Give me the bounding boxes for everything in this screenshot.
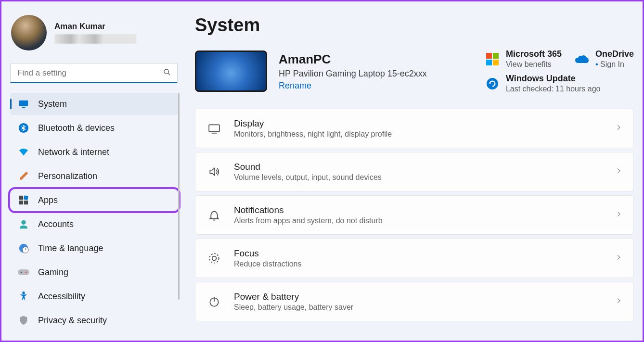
svg-point-20 [212, 256, 217, 261]
svg-point-19 [209, 253, 219, 263]
svg-rect-8 [24, 201, 28, 204]
svg-point-16 [487, 78, 498, 89]
sidebar-item-privacy[interactable]: Privacy & security [10, 309, 179, 331]
setting-desc: Alerts from apps and system, do not dist… [234, 216, 615, 225]
display-icon [207, 121, 221, 136]
qlink-title: Windows Update [506, 74, 601, 84]
setting-focus[interactable]: Focus Reduce distractions [195, 239, 634, 278]
quicklink-update[interactable]: Windows Update Last checked: 11 hours ag… [486, 74, 634, 93]
svg-rect-3 [22, 107, 25, 108]
update-icon [486, 77, 499, 90]
qlink-title: OneDrive [595, 49, 634, 59]
nav-label: Accessibility [38, 291, 85, 302]
svg-rect-12 [18, 269, 29, 275]
qlink-title: Microsoft 365 [506, 49, 562, 59]
setting-title: Display [234, 118, 615, 129]
nav-label: Bluetooth & devices [38, 123, 115, 133]
nav-label: Gaming [38, 267, 68, 278]
focus-icon [207, 251, 221, 266]
nav-label: Apps [38, 195, 58, 205]
nav-scrollbar[interactable] [178, 93, 180, 300]
setting-desc: Monitors, brightness, night light, displ… [234, 130, 615, 139]
search-input[interactable] [10, 63, 178, 83]
gamepad-icon [18, 266, 29, 278]
setting-title: Sound [234, 162, 615, 172]
bell-icon [207, 208, 221, 222]
quicklink-m365[interactable]: Microsoft 365 View benefits [486, 49, 562, 69]
chevron-right-icon [615, 167, 622, 176]
monitor-icon [18, 98, 29, 110]
setting-display[interactable]: Display Monitors, brightness, night ligh… [195, 109, 634, 148]
device-name: AmanPC [279, 52, 427, 67]
sidebar-item-accessibility[interactable]: Accessibility [10, 285, 179, 307]
setting-desc: Sleep, battery usage, battery saver [234, 303, 615, 312]
profile-section[interactable]: Aman Kumar [10, 11, 179, 59]
svg-point-14 [26, 272, 27, 273]
nav-label: System [38, 99, 67, 109]
svg-point-13 [21, 272, 22, 273]
chevron-right-icon [615, 297, 622, 306]
chevron-right-icon [615, 211, 622, 219]
svg-point-9 [21, 220, 26, 225]
svg-rect-2 [19, 101, 28, 106]
sidebar-item-gaming[interactable]: Gaming [10, 261, 179, 283]
bluetooth-icon [18, 122, 29, 134]
qlink-sub: View benefits [506, 60, 562, 69]
svg-point-15 [22, 291, 25, 294]
qlink-sub: Sign In [595, 60, 634, 69]
svg-rect-6 [24, 195, 28, 200]
setting-title: Notifications [234, 205, 615, 215]
power-icon [207, 294, 221, 309]
onedrive-icon [575, 52, 589, 66]
qlink-sub: Last checked: 11 hours ago [506, 85, 601, 93]
accessibility-icon [18, 291, 29, 302]
m365-icon [486, 52, 499, 66]
setting-notifications[interactable]: Notifications Alerts from apps and syste… [195, 195, 634, 235]
setting-desc: Reduce distractions [234, 260, 615, 268]
setting-desc: Volume levels, output, input, sound devi… [234, 173, 615, 182]
brush-icon [18, 170, 29, 182]
nav-list: System Bluetooth & devices Network & int… [10, 93, 179, 333]
settings-list: Display Monitors, brightness, night ligh… [195, 109, 634, 321]
shield-icon [18, 315, 29, 326]
setting-title: Power & battery [234, 291, 615, 302]
sidebar: Aman Kumar System Bluetooth & devices Ne… [1, 1, 184, 341]
svg-point-0 [164, 69, 168, 74]
sidebar-item-time[interactable]: Time & language [10, 237, 179, 259]
sidebar-item-system[interactable]: System [10, 93, 179, 115]
device-thumbnail [195, 51, 267, 92]
quicklink-onedrive[interactable]: OneDrive Sign In [575, 49, 634, 69]
sidebar-item-personalization[interactable]: Personalization [10, 165, 179, 187]
rename-link[interactable]: Rename [279, 81, 427, 91]
chevron-right-icon [615, 124, 622, 133]
wifi-icon [18, 146, 29, 158]
profile-email-redacted [54, 34, 136, 44]
sidebar-item-apps[interactable]: Apps [10, 189, 179, 211]
sidebar-item-network[interactable]: Network & internet [10, 141, 179, 163]
quick-links: Microsoft 365 View benefits OneDrive Sig… [486, 49, 634, 93]
svg-rect-7 [19, 201, 23, 204]
chevron-right-icon [615, 254, 622, 263]
main-pane: System AmanPC HP Pavilion Gaming Laptop … [184, 1, 643, 341]
avatar [11, 15, 47, 51]
setting-sound[interactable]: Sound Volume levels, output, input, soun… [195, 152, 634, 191]
sidebar-item-accounts[interactable]: Accounts [10, 213, 179, 235]
nav-label: Time & language [38, 243, 103, 253]
search-wrapper [10, 63, 178, 83]
profile-name: Aman Kumar [54, 22, 136, 31]
svg-rect-17 [209, 125, 219, 131]
globe-clock-icon [18, 242, 29, 254]
setting-power[interactable]: Power & battery Sleep, battery usage, ba… [195, 282, 634, 321]
svg-rect-5 [19, 196, 23, 200]
device-model: HP Pavilion Gaming Laptop 15-ec2xxx [279, 69, 427, 79]
sidebar-item-bluetooth[interactable]: Bluetooth & devices [10, 117, 179, 139]
device-header: AmanPC HP Pavilion Gaming Laptop 15-ec2x… [195, 49, 634, 93]
search-icon [163, 68, 171, 78]
svg-line-1 [168, 73, 170, 75]
person-icon [18, 218, 29, 230]
setting-title: Focus [234, 248, 615, 259]
apps-icon [18, 194, 29, 206]
sound-icon [207, 165, 221, 179]
nav-label: Privacy & security [38, 316, 107, 326]
page-title: System [195, 15, 634, 36]
